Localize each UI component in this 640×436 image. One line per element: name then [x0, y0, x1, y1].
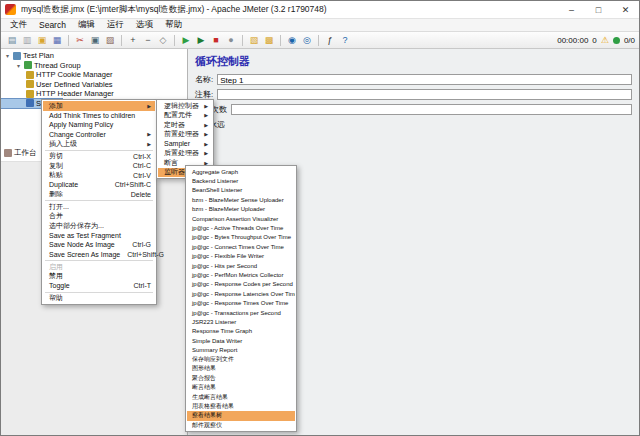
- context-menu-item-apply-naming-policy[interactable]: Apply Naming Policy: [43, 120, 155, 130]
- listener-item-graph-results[interactable]: 图形结果: [187, 364, 295, 373]
- help-icon[interactable]: ?: [338, 33, 352, 47]
- context-menu-item-save-selection-as[interactable]: 选中部分保存为...: [43, 221, 155, 231]
- add-submenu-item-sampler[interactable]: Sampler▶: [158, 139, 212, 149]
- tree-node-user-defined-variables[interactable]: User Defined Variables: [1, 80, 117, 90]
- cut-icon[interactable]: ✂: [73, 33, 87, 47]
- listener-item-view-results-in-table[interactable]: 用表格察看结果: [187, 402, 295, 411]
- menu-search[interactable]: Search: [33, 19, 72, 31]
- listener-item-jp-gc-hits-per-second[interactable]: jp@gc - Hits per Second: [187, 261, 295, 270]
- listener-item-backend-listener[interactable]: Backend Listener: [187, 176, 295, 185]
- start-no-pauses-icon[interactable]: ▶: [194, 33, 208, 47]
- tree-expand-handle[interactable]: ▾: [15, 62, 22, 69]
- listener-item-bzm-blazemeter-uploader[interactable]: bzm - BlazeMeter Uploader: [187, 205, 295, 214]
- submenu-arrow-icon: ▶: [200, 112, 208, 118]
- listener-item-jsr223-listener[interactable]: JSR223 Listener: [187, 317, 295, 326]
- search-icon[interactable]: ◉: [285, 33, 299, 47]
- toolbar: ▤▥▣▦✂▣▨+−◇▶▶■●▧▩◉◎ƒ? 00:00:00 0 ⚠ 0/0: [1, 32, 639, 49]
- loop-count-input[interactable]: [231, 104, 632, 115]
- context-menu-item-enable[interactable]: 启用: [43, 262, 155, 272]
- context-menu-item-save-screen-as-image[interactable]: Save Screen As ImageCtrl+Shift-G: [43, 250, 155, 260]
- add-submenu-item-config-element[interactable]: 配置元件▶: [158, 111, 212, 121]
- context-menu-item-duplicate[interactable]: DuplicateCtrl+Shift-C: [43, 180, 155, 190]
- context-menu-item-remove[interactable]: 删除Delete: [43, 190, 155, 200]
- listener-item-bzm-blazemeter-sense-uploader[interactable]: bzm - BlazeMeter Sense Uploader: [187, 195, 295, 204]
- stop-icon[interactable]: ■: [209, 33, 223, 47]
- listener-item-jp-gc-response-times-over-time[interactable]: jp@gc - Response Times Over Time: [187, 298, 295, 307]
- menu-run[interactable]: 运行: [101, 18, 130, 32]
- add-submenu-item-post-processors[interactable]: 后置处理器▶: [158, 149, 212, 159]
- comments-input[interactable]: [217, 89, 632, 100]
- listener-item-jp-gc-perfmon-metrics-collector[interactable]: jp@gc - PerfMon Metrics Collector: [187, 270, 295, 279]
- context-menu-item-save-as-test-fragment[interactable]: Save as Test Fragment: [43, 231, 155, 241]
- listener-item-aggregate-graph[interactable]: Aggregate Graph: [187, 167, 295, 176]
- context-menu-item-add[interactable]: 添加▶: [43, 101, 155, 111]
- listener-item-jp-gc-transactions-per-second[interactable]: jp@gc - Transactions per Second: [187, 308, 295, 317]
- context-menu-item-copy[interactable]: 复制Ctrl-C: [43, 161, 155, 171]
- listener-item-jp-gc-response-latencies-over-time[interactable]: jp@gc - Response Latencies Over Time: [187, 289, 295, 298]
- listener-item-response-time-graph[interactable]: Response Time Graph: [187, 327, 295, 336]
- shutdown-icon[interactable]: ●: [224, 33, 238, 47]
- context-menu-item-add-think-times[interactable]: Add Think Times to children: [43, 111, 155, 121]
- listener-item-generate-summary-results[interactable]: 生成断言结果: [187, 392, 295, 401]
- menu-options[interactable]: 选项: [130, 18, 159, 32]
- tree-node-test-plan[interactable]: ▾Test Plan: [1, 51, 58, 61]
- context-menu-item-help[interactable]: 帮助: [43, 294, 155, 304]
- minimize-button[interactable]: –: [558, 1, 585, 18]
- add-submenu-item-logic-controller[interactable]: 逻辑控制器▶: [158, 101, 212, 111]
- tree-node-http-header-manager[interactable]: HTTP Header Manager: [1, 89, 118, 99]
- tree-expand-handle[interactable]: ▾: [4, 52, 11, 59]
- start-icon[interactable]: ▶: [179, 33, 193, 47]
- listener-item-jp-gc-bytes-throughput-over-time[interactable]: jp@gc - Bytes Throughput Over Time: [187, 233, 295, 242]
- listener-item-comparison-assertion-visualizer[interactable]: Comparison Assertion Visualizer: [187, 214, 295, 223]
- menu-file[interactable]: 文件: [4, 18, 33, 32]
- tree-node-http-cookie-manager[interactable]: HTTP Cookie Manager: [1, 70, 117, 80]
- clear-all-icon[interactable]: ▩: [262, 33, 276, 47]
- close-button[interactable]: ✕: [612, 1, 639, 18]
- maximize-button[interactable]: □: [585, 1, 612, 18]
- context-menu-item-cut[interactable]: 剪切Ctrl-X: [43, 152, 155, 162]
- listener-item-jp-gc-response-codes-per-second[interactable]: jp@gc - Response Codes per Second: [187, 280, 295, 289]
- context-menu-item-toggle[interactable]: ToggleCtrl-T: [43, 281, 155, 291]
- menu-help[interactable]: 帮助: [159, 18, 188, 32]
- listener-item-jp-gc-flexible-file-writer[interactable]: jp@gc - Flexible File Writer: [187, 252, 295, 261]
- toggle-icon[interactable]: ◇: [156, 33, 170, 47]
- context-menu-item-open[interactable]: 打开...: [43, 202, 155, 212]
- copy-icon[interactable]: ▣: [88, 33, 102, 47]
- warning-icon[interactable]: ⚠: [601, 35, 609, 45]
- listener-item-jp-gc-active-threads-over-time[interactable]: jp@gc - Active Threads Over Time: [187, 223, 295, 232]
- listener-item-jp-gc-connect-times-over-time[interactable]: jp@gc - Connect Times Over Time: [187, 242, 295, 251]
- templates-icon[interactable]: ▥: [20, 33, 34, 47]
- paste-icon[interactable]: ▨: [103, 33, 117, 47]
- listener-item-aggregate-report[interactable]: 聚合报告: [187, 374, 295, 383]
- toolbar-separator: [174, 35, 175, 46]
- listener-item-assertion-results[interactable]: 断言结果: [187, 383, 295, 392]
- tree-node-thread-group[interactable]: ▾Thread Group: [1, 61, 85, 71]
- listener-item-beanshell-listener[interactable]: BeanShell Listener: [187, 186, 295, 195]
- menu-edit[interactable]: 编辑: [72, 18, 101, 32]
- new-file-icon[interactable]: ▤: [5, 33, 19, 47]
- expand-all-icon[interactable]: +: [126, 33, 140, 47]
- context-menu-item-paste[interactable]: 粘贴Ctrl-V: [43, 171, 155, 181]
- tree-node-workbench[interactable]: 工作台: [1, 148, 41, 158]
- listener-item-summary-report[interactable]: Summary Report: [187, 345, 295, 354]
- context-menu-item-disable[interactable]: 禁用: [43, 272, 155, 282]
- search-reset-icon[interactable]: ◎: [300, 33, 314, 47]
- context-menu-item-save-node-as-image[interactable]: Save Node As ImageCtrl-G: [43, 240, 155, 250]
- clear-icon[interactable]: ▧: [247, 33, 261, 47]
- thread-group-icon: [24, 61, 32, 69]
- context-menu-item-insert-parent[interactable]: 插入上级▶: [43, 139, 155, 149]
- listener-item-simple-data-writer[interactable]: Simple Data Writer: [187, 336, 295, 345]
- listener-item-mailer-visualizer[interactable]: 邮件观察仪: [187, 421, 295, 430]
- listener-item-save-responses-to-a-file[interactable]: 保存响应到文件: [187, 355, 295, 364]
- listener-item-view-results-tree[interactable]: 察看结果树: [187, 411, 295, 420]
- add-submenu-item-timer[interactable]: 定时器▶: [158, 120, 212, 130]
- save-icon[interactable]: ▦: [50, 33, 64, 47]
- error-count[interactable]: 0: [592, 36, 596, 45]
- open-file-icon[interactable]: ▣: [35, 33, 49, 47]
- context-menu-item-merge[interactable]: 合并: [43, 212, 155, 222]
- function-helper-icon[interactable]: ƒ: [323, 33, 337, 47]
- collapse-all-icon[interactable]: −: [141, 33, 155, 47]
- name-input[interactable]: Step 1: [217, 74, 632, 85]
- add-submenu-item-pre-processors[interactable]: 前置处理器▶: [158, 130, 212, 140]
- context-menu-item-change-controller[interactable]: Change Controller▶: [43, 130, 155, 140]
